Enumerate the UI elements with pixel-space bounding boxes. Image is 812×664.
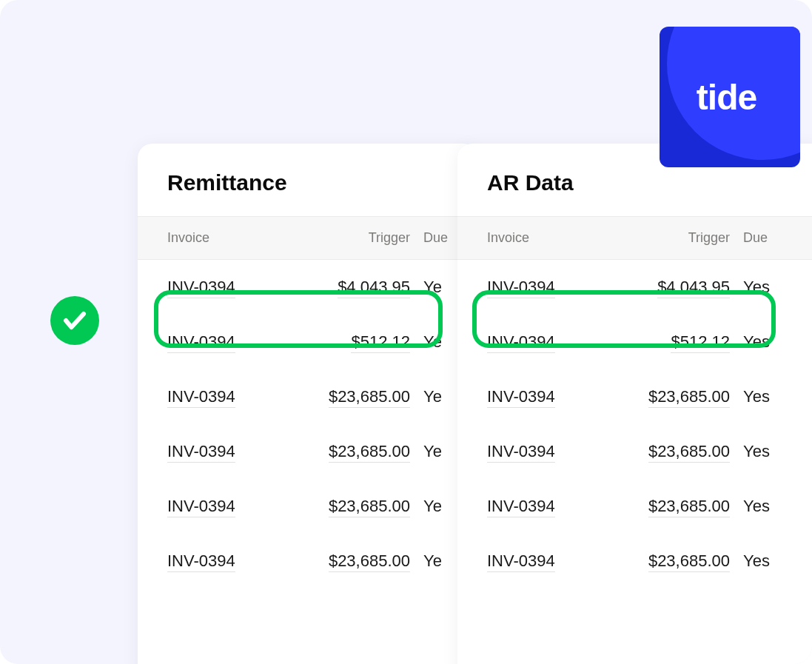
cell-invoice: INV-0394 (487, 387, 619, 406)
table-row: INV-0394$23,685.00Yes (457, 534, 812, 588)
col-header-invoice: Invoice (167, 230, 299, 246)
cell-trigger: $23,685.00 (299, 442, 423, 461)
table-row: INV-0394$23,685.00Yes (457, 369, 812, 424)
cell-trigger-text: $23,685.00 (648, 387, 730, 408)
cell-trigger-text: $512.12 (671, 332, 730, 353)
table-row: INV-0394$512.12Yes (457, 315, 812, 369)
cell-trigger: $512.12 (619, 332, 743, 352)
cell-invoice: INV-0394 (487, 278, 619, 297)
cell-trigger-text: $23,685.00 (648, 497, 730, 517)
illustration-container: tide Remittance Invoice Trigger Due INV-… (0, 0, 812, 664)
table-row: INV-0394$4,043.95Ye (138, 260, 478, 315)
cell-trigger: $23,685.00 (299, 387, 423, 406)
table-body-remittance: INV-0394$4,043.95YeINV-0394$512.12YeINV-… (138, 260, 478, 588)
cell-trigger: $4,043.95 (619, 278, 743, 297)
table-row: INV-0394$23,685.00Yes (457, 479, 812, 534)
cell-invoice-text: INV-0394 (167, 497, 235, 517)
cell-trigger-text: $23,685.00 (329, 442, 410, 463)
cell-trigger: $23,685.00 (619, 497, 743, 516)
cell-invoice-text: INV-0394 (167, 442, 235, 463)
cell-invoice-text: INV-0394 (167, 551, 235, 572)
cell-trigger-text: $4,043.95 (338, 278, 410, 298)
col-header-trigger: Trigger (619, 230, 743, 246)
table-body-ar-data: INV-0394$4,043.95YesINV-0394$512.12YesIN… (457, 260, 812, 588)
cell-trigger-text: $23,685.00 (329, 387, 410, 408)
table-header-remittance: Invoice Trigger Due (138, 216, 478, 260)
brand-logo-text: tide (697, 77, 763, 118)
cell-invoice-text: INV-0394 (487, 278, 555, 298)
cell-invoice-text: INV-0394 (487, 387, 555, 408)
cell-invoice-text: INV-0394 (487, 442, 555, 463)
cell-due: Yes (743, 551, 802, 571)
cell-invoice-text: INV-0394 (487, 332, 555, 353)
table-row: INV-0394$23,685.00Ye (138, 534, 478, 588)
cell-trigger-text: $23,685.00 (329, 551, 410, 572)
table-row: INV-0394$512.12Ye (138, 315, 478, 369)
cell-trigger: $23,685.00 (619, 387, 743, 406)
cell-invoice: INV-0394 (487, 497, 619, 516)
panel-remittance: Remittance Invoice Trigger Due INV-0394$… (138, 144, 478, 664)
cell-invoice-text: INV-0394 (487, 497, 555, 517)
cell-trigger: $4,043.95 (299, 278, 423, 297)
cell-invoice: INV-0394 (487, 332, 619, 352)
cell-trigger-text: $4,043.95 (657, 278, 730, 298)
cell-invoice-text: INV-0394 (167, 387, 235, 408)
brand-logo-dot (758, 104, 763, 110)
cell-invoice: INV-0394 (167, 497, 299, 516)
cell-trigger: $23,685.00 (619, 551, 743, 571)
cell-invoice: INV-0394 (167, 387, 299, 406)
cell-invoice-text: INV-0394 (167, 278, 235, 298)
table-header-ar-data: Invoice Trigger Due (457, 216, 812, 260)
cell-trigger-text: $512.12 (351, 332, 410, 353)
brand-name: tide (697, 78, 756, 117)
col-header-due: Due (743, 230, 802, 246)
panel-ar-data: AR Data Invoice Trigger Due INV-0394$4,0… (457, 144, 812, 664)
cell-due: Yes (743, 332, 802, 352)
cell-due: Yes (743, 442, 802, 461)
table-row: INV-0394$4,043.95Yes (457, 260, 812, 315)
cell-invoice: INV-0394 (167, 551, 299, 571)
cell-invoice: INV-0394 (167, 278, 299, 297)
cell-trigger-text: $23,685.00 (648, 442, 730, 463)
cell-invoice: INV-0394 (167, 442, 299, 461)
cell-invoice-text: INV-0394 (167, 332, 235, 353)
cell-invoice: INV-0394 (487, 442, 619, 461)
cell-trigger: $23,685.00 (299, 551, 423, 571)
check-icon (50, 296, 99, 345)
cell-due: Yes (743, 278, 802, 297)
col-header-invoice: Invoice (487, 230, 619, 246)
brand-logo-tide: tide (660, 27, 800, 167)
cell-invoice: INV-0394 (487, 551, 619, 571)
table-row: INV-0394$23,685.00Ye (138, 424, 478, 479)
cell-trigger: $512.12 (299, 332, 423, 352)
cell-due: Yes (743, 497, 802, 516)
col-header-trigger: Trigger (299, 230, 423, 246)
panel-title-remittance: Remittance (138, 144, 478, 216)
cell-invoice: INV-0394 (167, 332, 299, 352)
table-row: INV-0394$23,685.00Ye (138, 369, 478, 424)
cell-due: Yes (743, 387, 802, 406)
cell-trigger-text: $23,685.00 (648, 551, 730, 572)
table-row: INV-0394$23,685.00Yes (457, 424, 812, 479)
cell-invoice-text: INV-0394 (487, 551, 555, 572)
table-row: INV-0394$23,685.00Ye (138, 479, 478, 534)
cell-trigger: $23,685.00 (619, 442, 743, 461)
cell-trigger-text: $23,685.00 (329, 497, 410, 517)
cell-trigger: $23,685.00 (299, 497, 423, 516)
